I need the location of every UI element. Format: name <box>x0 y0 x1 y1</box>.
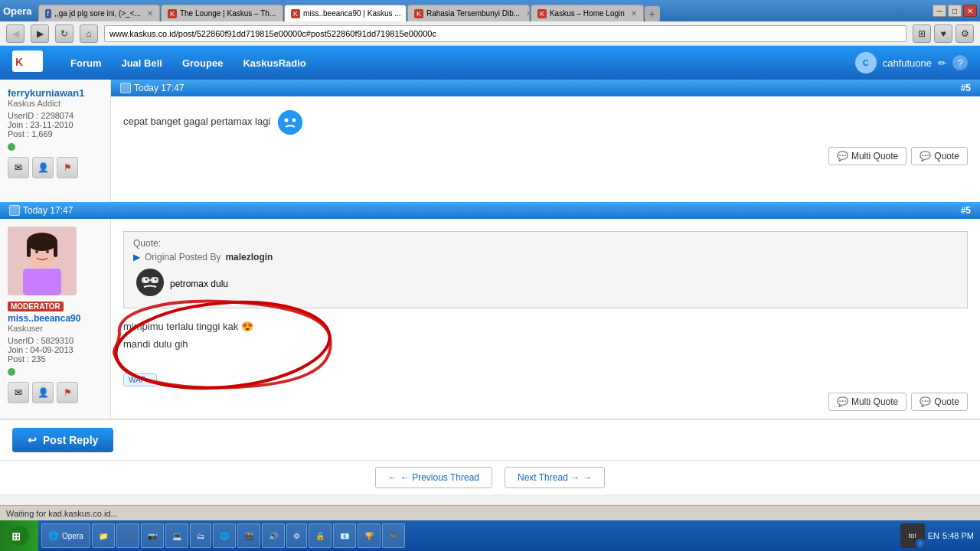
settings-button[interactable]: ⚙ <box>956 24 974 43</box>
taskbar-item-1[interactable]: 🌐 Opera <box>41 523 90 548</box>
svg-point-3 <box>284 119 288 122</box>
username-1[interactable]: ferrykurniawan1 <box>8 87 103 99</box>
tab-1[interactable]: f ,,ga jd plg sore ini, (>_<... ✕ <box>38 5 160 21</box>
quote-icon-1: 💬 <box>837 151 848 161</box>
pm-button-2[interactable]: ✉ <box>8 382 29 403</box>
emoji-sad-1 <box>278 110 302 135</box>
tray-extra: to! ↑ <box>900 523 925 548</box>
lang-indicator: EN <box>928 531 939 540</box>
tab-bar: f ,,ga jd plg sore ini, (>_<... ✕ K The … <box>38 0 660 21</box>
multi-quote-icon-2: 💬 <box>837 396 848 407</box>
taskbar-item-11[interactable]: 🔒 <box>309 523 332 548</box>
quote-emoji <box>136 269 164 298</box>
prev-thread-button[interactable]: ← ← Previous Thread <box>375 467 492 488</box>
tab-4[interactable]: K Rahasia Tersembunyi Dib... ✕ <box>407 5 530 21</box>
taskbar-item-6[interactable]: 🗂 <box>190 523 211 548</box>
bottom-navigation: ← ← Previous Thread Next Thread → → <box>0 460 980 494</box>
main-content: K Forum Jual Beli Groupee KaskusRadio C … <box>0 46 980 505</box>
address-right: ⊞ ♥ ⚙ <box>913 24 974 43</box>
svg-rect-13 <box>54 242 57 257</box>
tab-5[interactable]: K Kaskus – Home Login ✕ <box>531 5 644 21</box>
svg-point-11 <box>27 233 57 251</box>
taskbar-item-10[interactable]: ⚙ <box>286 523 307 548</box>
grid-button[interactable]: ⊞ <box>913 24 931 43</box>
taskbar-item-4[interactable]: 📷 <box>141 523 164 548</box>
report-button-2[interactable]: ⚑ <box>57 382 78 403</box>
taskbar-item-8[interactable]: 🎬 <box>237 523 260 548</box>
minimize-button[interactable]: ─ <box>933 5 946 17</box>
taskbar-tray: to! ↑ EN 5:48 PM <box>894 523 980 548</box>
taskbar-icon-1: 🌐 <box>48 531 59 541</box>
taskbar-item-2[interactable]: 📁 <box>92 523 115 548</box>
next-arrow-icon: → <box>583 472 592 483</box>
post-content-area-1: Today 17:47 #5 cepat banget gagal pertam… <box>111 80 980 173</box>
home-button[interactable]: ⌂ <box>80 24 98 43</box>
taskbar-item-7[interactable]: 🌐 <box>213 523 236 548</box>
edit-icon[interactable]: ✏ <box>938 57 946 69</box>
post-reply-section: ↩ Post Reply <box>0 419 980 460</box>
tab-1-close[interactable]: ✕ <box>147 9 153 18</box>
close-button[interactable]: ✕ <box>963 5 977 17</box>
reload-button[interactable]: ↻ <box>55 24 74 43</box>
taskbar-item-3[interactable]: 🎵 <box>116 523 139 548</box>
post-body-1: cepat banget gagal pertamax lagi <box>111 96 980 173</box>
tab-5-close[interactable]: ✕ <box>631 9 637 18</box>
thread-container: ferrykurniawan1 Kaskus Addict UserID : 2… <box>0 80 980 494</box>
tab-2-close[interactable]: ✕ <box>282 9 283 18</box>
taskbar: ⊞ 🌐 Opera 📁 🎵 📷 💻 🗂 🌐 🎬 🔊 <box>0 520 980 551</box>
rank-2: Kaskuser <box>8 324 103 333</box>
heart-button[interactable]: ♥ <box>934 24 952 43</box>
help-icon[interactable]: ? <box>952 55 968 70</box>
taskbar-item-13[interactable]: 🏆 <box>358 523 381 548</box>
multi-quote-button-2[interactable]: 💬 Multi Quote <box>828 393 906 411</box>
status-text: Waiting for kad.kaskus.co.id... <box>6 509 118 518</box>
tab-4-close[interactable]: ✕ <box>526 9 530 18</box>
user-actions-2: ✉ 👤 ⚑ <box>8 382 103 403</box>
svg-text:⊞: ⊞ <box>11 530 21 543</box>
profile-button-1[interactable]: 👤 <box>32 157 54 178</box>
svg-rect-7 <box>23 269 61 295</box>
pm-button-1[interactable]: ✉ <box>8 157 29 178</box>
post-header-bar-1: Today 17:47 #5 <box>111 80 980 96</box>
reply-arrow-icon: ↩ <box>28 434 37 446</box>
post-timestamp-2: Today 17:47 <box>9 205 73 216</box>
username-2[interactable]: miss..beeanca90 <box>8 313 103 324</box>
nav-kaskusradio[interactable]: KaskusRadio <box>234 53 315 73</box>
post-content-2: mimpimu terlalu tinggi kak 😍 mandi dulu … <box>123 315 968 357</box>
taskbar-item-9[interactable]: 🔊 <box>262 523 285 548</box>
nav-jualbeli[interactable]: Jual Beli <box>112 53 171 73</box>
opera-logo: Opera <box>3 5 32 17</box>
taskbar-items: 🌐 Opera 📁 🎵 📷 💻 🗂 🌐 🎬 🔊 ⚙ <box>38 523 894 548</box>
quote-content-area: petromax dulu <box>133 266 958 302</box>
address-input[interactable] <box>104 25 906 42</box>
tab-2[interactable]: K The Lounge | Kaskus – Th... ✕ <box>161 5 283 21</box>
start-button[interactable]: ⊞ <box>0 520 38 551</box>
post-checkbox-1[interactable] <box>120 83 131 93</box>
post-timestamp-1: Today 17:47 <box>120 83 184 93</box>
new-tab-button[interactable]: + <box>645 6 660 21</box>
quote-button-1[interactable]: 💬 Quote <box>911 147 968 165</box>
profile-button-2[interactable]: 👤 <box>32 382 54 403</box>
post-row-2: MODERATOR miss..beeanca90 Kaskuser UserI… <box>0 219 980 419</box>
post-checkbox-2[interactable] <box>9 205 20 216</box>
report-button-1[interactable]: ⚑ <box>57 157 78 178</box>
titlebar-left: Opera f ,,ga jd plg sore ini, (>_<... ✕ … <box>3 0 660 21</box>
taskbar-item-5[interactable]: 💻 <box>165 523 188 548</box>
kaskus-header: K Forum Jual Beli Groupee KaskusRadio C … <box>0 46 980 80</box>
svg-point-2 <box>278 110 302 135</box>
quote-button-2[interactable]: 💬 Quote <box>911 393 968 411</box>
tab-3[interactable]: K miss..beeanca90 | Kaskus ... ✕ <box>284 5 407 21</box>
taskbar-item-14[interactable]: 🎮 <box>382 523 405 548</box>
nav-forum[interactable]: Forum <box>61 53 110 73</box>
back-button[interactable]: ◀ <box>6 24 24 43</box>
taskbar-item-12[interactable]: 📧 <box>333 523 356 548</box>
forward-button[interactable]: ▶ <box>31 24 49 43</box>
kaskus-header-right: C cahfutuone ✏ ? <box>855 52 968 73</box>
nav-groupee[interactable]: Groupee <box>173 53 232 73</box>
svg-point-17 <box>145 279 148 281</box>
maximize-button[interactable]: □ <box>948 5 962 17</box>
svg-point-18 <box>155 279 157 281</box>
post-reply-button[interactable]: ↩ Post Reply <box>12 428 113 452</box>
next-thread-button[interactable]: Next Thread → → <box>505 467 605 488</box>
multi-quote-button-1[interactable]: 💬 Multi Quote <box>828 147 906 165</box>
